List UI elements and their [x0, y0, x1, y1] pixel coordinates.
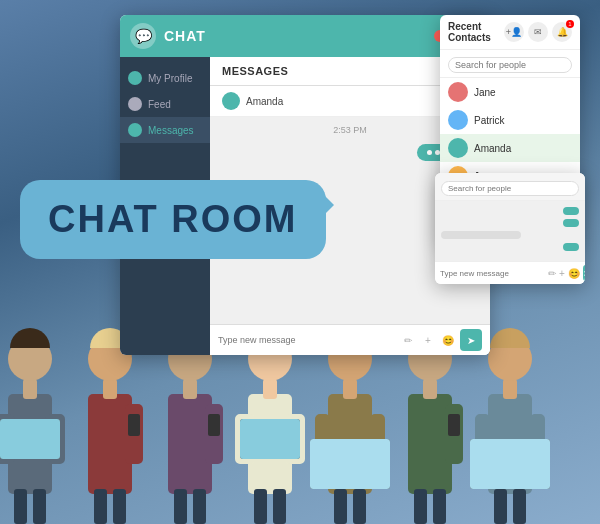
- sidebar-item-messages[interactable]: Messages: [120, 117, 210, 143]
- mini-attach-icon[interactable]: ✏: [548, 268, 556, 279]
- mini-bubble-out-3: [563, 243, 579, 251]
- notification-badge: 1: [566, 20, 574, 28]
- mini-send-button[interactable]: ➤: [583, 265, 585, 281]
- recent-contacts-header: Recent Contacts +👤 ✉ 🔔 1: [440, 15, 580, 50]
- sidebar-feed-label: Feed: [148, 99, 171, 110]
- mini-chat-search: [435, 173, 585, 201]
- mini-input-bar: ✏ + 😊 ➤: [435, 261, 585, 284]
- contact-patrick[interactable]: Patrick: [440, 106, 580, 134]
- amanda-rc-avatar: [448, 138, 468, 158]
- dot-1: [427, 150, 432, 155]
- feed-icon: [128, 97, 142, 111]
- mini-chat-messages: [435, 201, 585, 261]
- search-input[interactable]: [448, 57, 572, 73]
- attach-icon[interactable]: ✏: [400, 332, 416, 348]
- mini-emoji-icon[interactable]: 😊: [568, 268, 580, 279]
- sidebar-item-profile[interactable]: My Profile: [120, 65, 210, 91]
- recent-contacts-title: Recent Contacts: [448, 21, 504, 43]
- chat-window-header: 💬 CHAT: [120, 15, 490, 57]
- sidebar-item-feed[interactable]: Feed: [120, 91, 210, 117]
- chat-input-bar: ✏ + 😊 ➤: [210, 324, 490, 355]
- contact-amanda-rc[interactable]: Amanda: [440, 134, 580, 162]
- sidebar-profile-label: My Profile: [148, 73, 192, 84]
- amanda-rc-name: Amanda: [474, 143, 511, 154]
- amanda-name: Amanda: [246, 96, 283, 107]
- mini-clip-icon[interactable]: +: [559, 268, 565, 279]
- mini-search-input[interactable]: [441, 181, 579, 196]
- add-user-icon[interactable]: +👤: [504, 22, 524, 42]
- mini-bubble-out-1: [563, 207, 579, 215]
- contact-jane[interactable]: Jane: [440, 78, 580, 106]
- chat-room-bubble: CHAT ROOM: [20, 180, 326, 259]
- chat-app-icon: 💬: [130, 23, 156, 49]
- chat-app-title: CHAT: [164, 28, 206, 44]
- mini-bubble-in-1: [441, 231, 521, 239]
- send-button[interactable]: ➤: [460, 329, 482, 351]
- emoji-icon[interactable]: 😊: [440, 332, 456, 348]
- patrick-name: Patrick: [474, 115, 505, 126]
- mini-message-input[interactable]: [440, 269, 545, 278]
- chat-room-title: CHAT ROOM: [48, 198, 298, 241]
- sidebar-messages-label: Messages: [148, 125, 194, 136]
- mini-bubble-out-2: [563, 219, 579, 227]
- bell-icon[interactable]: 🔔 1: [552, 22, 572, 42]
- patrick-avatar: [448, 110, 468, 130]
- profile-icon: [128, 71, 142, 85]
- header-icons: +👤 ✉ 🔔 1: [504, 22, 572, 42]
- message-input[interactable]: [218, 335, 396, 345]
- recent-contacts-search: [440, 50, 580, 78]
- mail-icon[interactable]: ✉: [528, 22, 548, 42]
- amanda-avatar: [222, 92, 240, 110]
- jane-name: Jane: [474, 87, 496, 98]
- messages-icon: [128, 123, 142, 137]
- mini-chat-popup: ✏ + 😊 ➤: [435, 173, 585, 284]
- jane-avatar: [448, 82, 468, 102]
- clip-icon[interactable]: +: [420, 332, 436, 348]
